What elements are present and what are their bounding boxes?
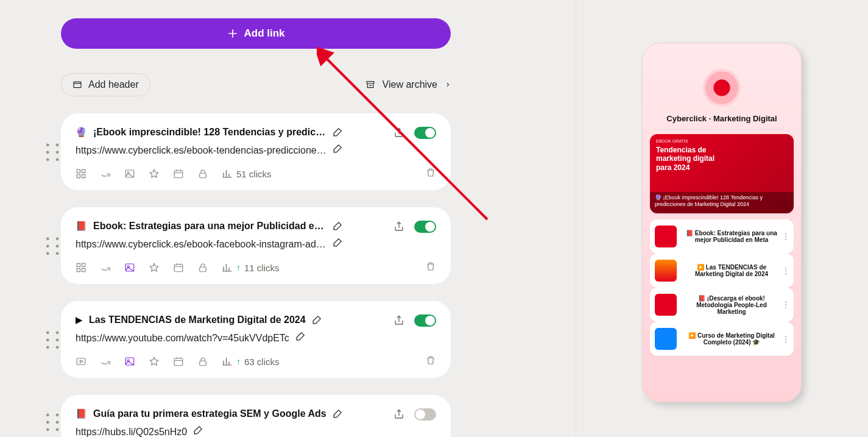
link-card: ● ●● ●● ● 🔮 ¡Ebook imprescindible! 128 T…	[61, 113, 451, 190]
clicks-count: 11 clicks	[244, 263, 280, 273]
star-icon[interactable]	[149, 168, 160, 179]
card-right-controls	[393, 127, 436, 178]
link-url[interactable]: https://www.cyberclick.es/ebook-facebook…	[76, 239, 326, 250]
card-actions: ↑63 clicks	[76, 356, 436, 367]
schedule-icon[interactable]	[173, 262, 184, 273]
link-card: ● ●● ●● ● 📕 Ebook: Estrategias para una …	[61, 207, 451, 284]
layout-icon[interactable]	[76, 168, 86, 179]
link-card: ● ●● ●● ● 📕 Guía para tu primera estrate…	[61, 395, 451, 437]
clicks-button[interactable]: 51 clicks	[222, 168, 272, 179]
clicks-count: 51 clicks	[236, 169, 272, 179]
view-archive-label: View archive	[383, 79, 437, 90]
preview-links-list: EBOOK GRATIS Tendencias de marketing dig…	[647, 134, 796, 356]
edit-title-icon[interactable]	[333, 221, 344, 232]
svg-rect-0	[74, 82, 81, 87]
share-icon[interactable]	[393, 409, 404, 420]
link-emoji: ▶	[76, 314, 83, 325]
share-icon[interactable]	[393, 315, 404, 326]
link-title[interactable]: ¡Ebook imprescindible! 128 Tendencias y …	[93, 127, 326, 138]
edit-title-icon[interactable]	[333, 408, 344, 419]
add-header-button[interactable]: Add header	[61, 73, 150, 96]
share-icon[interactable]	[393, 221, 404, 232]
preview-link-card[interactable]: ▶️ Las TENDENCIAS de Marketing Digital d…	[650, 254, 794, 288]
edit-url-icon[interactable]	[295, 331, 306, 342]
delete-icon[interactable]	[425, 355, 436, 366]
more-icon[interactable]: ⋮	[782, 266, 790, 275]
edit-url-icon[interactable]	[333, 143, 344, 154]
preview-thumb	[655, 328, 677, 350]
edit-title-icon[interactable]	[312, 314, 323, 325]
layout-icon[interactable]	[76, 262, 86, 273]
hero-headline: Tendencias de marketing digital para 202…	[656, 146, 729, 172]
star-icon[interactable]	[149, 262, 160, 273]
svg-rect-18	[77, 358, 85, 365]
drag-handle[interactable]: ● ●● ●● ●	[46, 412, 61, 432]
link-url[interactable]: https://hubs.li/Q02s5nHz0	[76, 427, 187, 437]
star-icon[interactable]	[149, 356, 160, 367]
edit-url-icon[interactable]	[333, 237, 344, 248]
drag-handle[interactable]: ● ●● ●● ●	[46, 330, 61, 349]
drag-handle[interactable]: ● ●● ●● ●	[46, 142, 61, 162]
redirect-icon[interactable]	[100, 262, 111, 273]
link-title[interactable]: Guía para tu primera estrategia SEM y Go…	[93, 408, 326, 419]
link-title[interactable]: Ebook: Estrategias para una mejor Public…	[93, 221, 326, 232]
visibility-toggle[interactable]	[414, 314, 436, 327]
preview-link-card[interactable]: 📕 ¡Descarga el ebook! Metodología People…	[650, 288, 794, 322]
visibility-toggle[interactable]	[414, 221, 436, 233]
svg-rect-22	[200, 361, 206, 366]
link-emoji: 📕	[76, 408, 87, 419]
editor-pane: Add link Add header View archive ● ●● ●●…	[0, 0, 576, 437]
drag-handle[interactable]: ● ●● ●● ●	[46, 236, 61, 255]
header-icon	[72, 80, 82, 90]
hero-overlay: 🔮 ¡Ebook imprescindible! 128 Tendencias …	[650, 192, 794, 213]
lock-icon[interactable]	[197, 262, 208, 273]
delete-icon[interactable]	[425, 261, 436, 272]
svg-rect-12	[77, 269, 80, 272]
preview-link-card[interactable]: ▶️ Curso de Marketing Digital Completo (…	[650, 322, 794, 356]
svg-rect-11	[82, 263, 85, 266]
phone-preview: Cyberclick · Marketing Digital EBOOK GRA…	[642, 43, 802, 402]
schedule-icon[interactable]	[173, 356, 184, 367]
schedule-icon[interactable]	[173, 168, 184, 179]
delete-icon[interactable]	[425, 167, 436, 178]
redirect-icon[interactable]	[100, 356, 111, 367]
more-icon[interactable]: ⋮	[782, 334, 790, 344]
visibility-toggle[interactable]	[414, 408, 436, 421]
archive-icon	[365, 80, 375, 90]
preview-link-text: ▶️ Curso de Marketing Digital Completo (…	[683, 332, 789, 346]
image-icon[interactable]	[124, 262, 135, 273]
svg-rect-13	[82, 269, 85, 272]
view-archive-button[interactable]: View archive	[365, 79, 451, 90]
lock-icon[interactable]	[197, 168, 208, 179]
lock-icon[interactable]	[197, 356, 208, 367]
image-icon[interactable]	[124, 168, 135, 179]
share-icon[interactable]	[393, 127, 404, 138]
svg-rect-2	[77, 169, 80, 172]
more-icon[interactable]: ⋮	[782, 232, 790, 241]
link-title[interactable]: Las TENDENCIAS de Marketing Digital de 2…	[89, 314, 306, 325]
clicks-button[interactable]: ↑63 clicks	[222, 356, 280, 367]
svg-rect-8	[174, 171, 183, 178]
visibility-toggle[interactable]	[414, 127, 436, 139]
svg-rect-1	[367, 82, 374, 83]
preview-hero-card[interactable]: EBOOK GRATIS Tendencias de marketing dig…	[650, 134, 794, 213]
svg-rect-3	[82, 169, 85, 172]
add-link-button[interactable]: Add link	[61, 18, 451, 49]
link-url[interactable]: https://www.cyberclick.es/ebook-tendenci…	[76, 145, 326, 156]
svg-rect-10	[77, 263, 80, 266]
image-icon[interactable]	[124, 356, 135, 367]
edit-title-icon[interactable]	[333, 127, 344, 138]
card-right-controls	[393, 314, 436, 366]
card-right-controls	[393, 408, 436, 421]
edit-url-icon[interactable]	[193, 425, 204, 436]
preview-link-card[interactable]: 📕 Ebook: Estrategias para una mejor Publ…	[650, 219, 794, 254]
pane-divider	[576, 0, 576, 437]
link-url[interactable]: https://www.youtube.com/watch?v=45ukVVdp…	[76, 333, 289, 344]
redirect-icon[interactable]	[100, 168, 111, 179]
layout-icon[interactable]	[76, 356, 86, 367]
add-header-label: Add header	[88, 79, 139, 90]
more-icon[interactable]: ⋮	[782, 300, 790, 310]
preview-thumb	[655, 226, 677, 247]
hero-tag: EBOOK GRATIS	[656, 139, 788, 143]
clicks-button[interactable]: ↑11 clicks	[222, 262, 280, 273]
